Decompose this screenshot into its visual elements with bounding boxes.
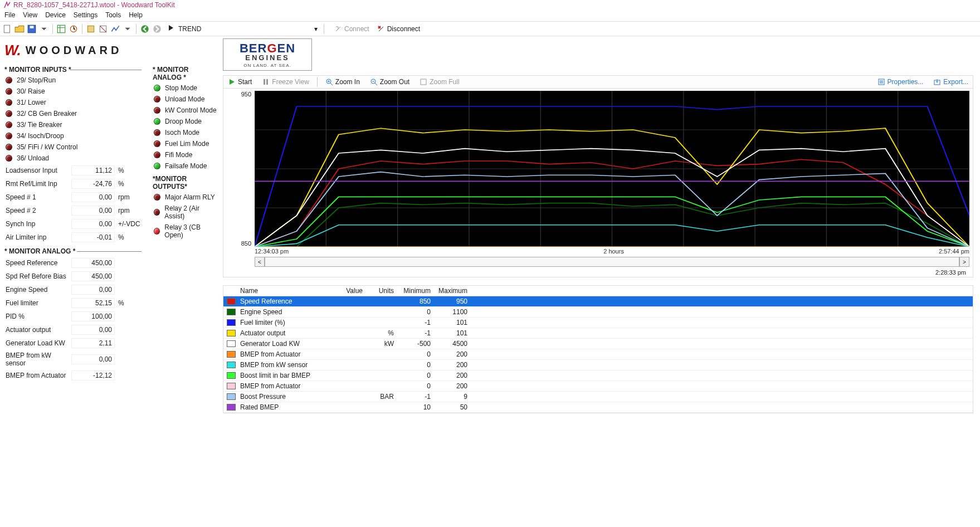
save-icon[interactable]: [27, 24, 37, 34]
monitor-input-row: 36/ Unload: [4, 153, 142, 164]
legend-row[interactable]: Engine Speed01100: [223, 307, 973, 318]
legend-min: 0: [397, 360, 434, 370]
chart-plot[interactable]: [255, 91, 969, 247]
back-icon[interactable]: [140, 24, 150, 34]
status-led: [6, 88, 12, 95]
status-led: [154, 85, 160, 91]
tool-icon-1[interactable]: [56, 24, 66, 34]
input-value-row: Loadsensor Input11,12%: [4, 164, 142, 177]
legend-row[interactable]: Rated BMEP1050: [223, 402, 973, 413]
legend-max: 50: [434, 402, 471, 412]
menu-view[interactable]: View: [23, 11, 37, 19]
legend-row[interactable]: BMEP from kW sensor0200: [223, 360, 973, 370]
monitor-analog-status-label: kW Control Mode: [165, 106, 217, 114]
tool-icon-6[interactable]: [123, 24, 133, 34]
export-button[interactable]: Export...: [931, 77, 971, 87]
tool-icon-3[interactable]: [86, 24, 96, 34]
legend-units: [366, 374, 397, 377]
disconnect-icon: [377, 25, 385, 33]
monitor-analog-status-row: Failsafe Mode: [153, 160, 218, 172]
connect-button[interactable]: Connect: [332, 24, 372, 34]
pause-icon: [262, 78, 270, 86]
legend-swatch: [227, 372, 236, 379]
new-icon[interactable]: [2, 24, 12, 34]
page-selector[interactable]: TREND ▾: [164, 23, 320, 35]
input-value-value: -24,76: [71, 179, 115, 189]
legend-units: BAR: [366, 392, 397, 402]
legend-min: 0: [397, 381, 434, 391]
start-button[interactable]: Start: [226, 77, 254, 87]
connect-label: Connect: [344, 25, 369, 33]
analog-value-row: Speed Reference450,00: [4, 256, 142, 270]
analog-value-value: 52,15: [71, 298, 115, 308]
legend-max: 101: [434, 318, 471, 328]
monitor-analog-status-label: Unload Mode: [165, 95, 204, 103]
legend-max: 9: [434, 392, 471, 402]
input-value-label: Speed # 2: [6, 207, 71, 214]
legend-swatch: [227, 351, 236, 358]
y-top: 950: [241, 91, 251, 97]
legend-units: %: [366, 328, 397, 338]
legend-value: [331, 311, 366, 313]
input-value-label: Air Limiter inp: [6, 233, 71, 241]
legend-row[interactable]: Fuel limiter (%)-1101: [223, 318, 973, 328]
legend-value: [331, 396, 366, 398]
monitor-analog-status-label: Failsafe Mode: [165, 162, 207, 170]
open-icon[interactable]: [14, 24, 25, 34]
monitor-input-label: 35/ FiFi / kW Control: [17, 143, 77, 151]
freeze-button[interactable]: Freeze View: [260, 77, 311, 87]
menu-device[interactable]: Device: [45, 11, 66, 19]
x-left: 12:34:03 pm: [255, 248, 289, 255]
properties-label: Properties...: [888, 78, 924, 86]
tool-icon-4[interactable]: [98, 24, 108, 34]
analog-value-row: Fuel limiter52,15%: [4, 296, 142, 310]
legend-min: -500: [397, 339, 434, 349]
zoom-in-icon: [325, 78, 333, 86]
input-value-row: Speed # 10,00rpm: [4, 191, 142, 204]
analog-value-row: Spd Ref Before Bias450,00: [4, 270, 142, 283]
legend-row[interactable]: Boost limit in bar BMEP0200: [223, 370, 973, 381]
zoom-full-button[interactable]: Zoom Full: [417, 77, 461, 87]
menu-settings[interactable]: Settings: [74, 11, 97, 19]
zoom-out-button[interactable]: Zoom Out: [368, 77, 412, 87]
legend-row[interactable]: BMEP from Actuator0200: [223, 381, 973, 392]
menu-tools[interactable]: Tools: [105, 11, 121, 19]
monitor-output-label: Relay 2 (Air Assist): [164, 204, 217, 220]
disconnect-button[interactable]: Disconnect: [375, 24, 422, 34]
properties-button[interactable]: Properties...: [875, 77, 926, 87]
monitor-input-row: 30/ Raise: [4, 86, 142, 97]
monitor-output-label: Relay 3 (CB Open): [164, 223, 217, 239]
monitor-input-row: 29/ Stop/Run: [4, 75, 142, 86]
legend-units: [366, 311, 397, 313]
legend-row[interactable]: Generator Load KWkW-5004500: [223, 339, 973, 349]
input-value-row: Speed # 20,00rpm: [4, 204, 142, 217]
monitor-input-label: 32/ CB Gen Breaker: [17, 110, 77, 118]
legend-min: -1: [397, 392, 434, 402]
scroll-left-button[interactable]: <: [255, 257, 265, 267]
menu-file[interactable]: File: [4, 11, 15, 19]
legend-row[interactable]: Speed Reference850950: [223, 296, 973, 307]
chart-scrollbar[interactable]: < >: [227, 257, 969, 267]
input-value-value: 11,12: [71, 165, 115, 175]
legend-row[interactable]: Boost PressureBAR-19: [223, 392, 973, 402]
legend-name: Actuator output: [237, 328, 331, 338]
col-max: Maximum: [434, 286, 471, 296]
scroll-right-button[interactable]: >: [959, 257, 969, 267]
legend-units: [366, 406, 397, 408]
legend-units: [366, 364, 397, 366]
input-value-label: Rmt Ref/Limit Inp: [6, 180, 71, 188]
legend-min: 0: [397, 349, 434, 359]
menu-help[interactable]: Help: [129, 11, 143, 19]
zoom-in-button[interactable]: Zoom In: [323, 77, 362, 87]
tool-icon-5[interactable]: [110, 24, 120, 34]
main-toolbar: TREND ▾ Connect Disconnect: [0, 21, 980, 36]
analog-value-row: BMEP from Actuator-12,12: [4, 369, 142, 382]
save-dropdown-icon[interactable]: [39, 24, 49, 34]
legend-row[interactable]: BMEP from Actuator0200: [223, 349, 973, 360]
tool-icon-2[interactable]: [69, 24, 79, 34]
status-led: [154, 140, 160, 147]
scroll-track[interactable]: [265, 257, 959, 267]
legend-row[interactable]: Actuator output%-1101: [223, 328, 973, 339]
legend-value: [331, 364, 366, 366]
right-arrow-icon: [167, 24, 175, 33]
